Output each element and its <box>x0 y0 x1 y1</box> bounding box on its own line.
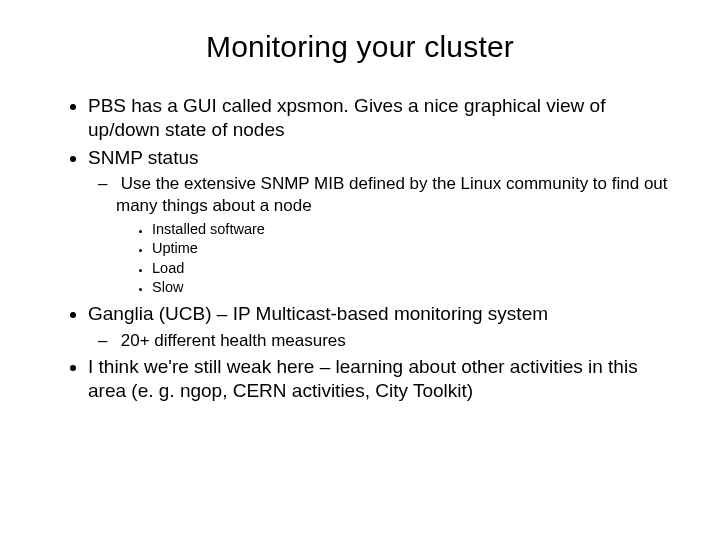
subsub-bullet-text: Installed software <box>152 221 265 237</box>
subsub-bullet-item: Slow <box>152 278 680 298</box>
subsub-bullet-item: Installed software <box>152 220 680 240</box>
bullet-text: PBS has a GUI called xpsmon. Gives a nic… <box>88 95 605 140</box>
subsub-bullet-list: Installed software Uptime Load Slow <box>116 220 680 298</box>
bullet-text: I think we're still weak here – learning… <box>88 356 638 401</box>
subsub-bullet-item: Load <box>152 259 680 279</box>
bullet-item: PBS has a GUI called xpsmon. Gives a nic… <box>88 94 680 142</box>
bullet-list: PBS has a GUI called xpsmon. Gives a nic… <box>40 94 680 403</box>
slide-title: Monitoring your cluster <box>40 30 680 64</box>
sub-bullet-text: 20+ different health measures <box>121 331 346 350</box>
bullet-text: SNMP status <box>88 147 199 168</box>
bullet-item: SNMP status Use the extensive SNMP MIB d… <box>88 146 680 299</box>
sub-bullet-list: Use the extensive SNMP MIB defined by th… <box>88 173 680 298</box>
sub-bullet-item: Use the extensive SNMP MIB defined by th… <box>116 173 680 298</box>
sub-bullet-item: 20+ different health measures <box>116 330 680 351</box>
slide: Monitoring your cluster PBS has a GUI ca… <box>0 0 720 540</box>
subsub-bullet-text: Load <box>152 260 184 276</box>
bullet-item: I think we're still weak here – learning… <box>88 355 680 403</box>
bullet-item: Ganglia (UCB) – IP Multicast-based monit… <box>88 302 680 351</box>
subsub-bullet-text: Uptime <box>152 240 198 256</box>
sub-bullet-list: 20+ different health measures <box>88 330 680 351</box>
sub-bullet-text: Use the extensive SNMP MIB defined by th… <box>116 174 668 214</box>
subsub-bullet-text: Slow <box>152 279 183 295</box>
subsub-bullet-item: Uptime <box>152 239 680 259</box>
bullet-text: Ganglia (UCB) – IP Multicast-based monit… <box>88 303 548 324</box>
